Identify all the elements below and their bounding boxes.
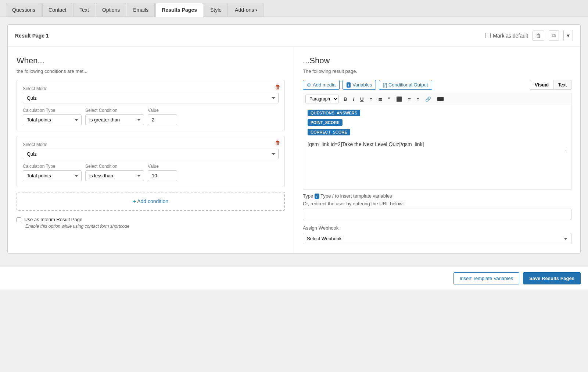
type-hint: Type / Type / to insert template variabl… xyxy=(303,193,571,199)
save-results-pages-button[interactable]: Save Results Pages xyxy=(523,272,581,284)
tab-add-ons[interactable]: Add-ons ▾ xyxy=(229,3,263,17)
add-condition-button[interactable]: + Add condition xyxy=(133,198,168,204)
point-score-tag[interactable]: POINT_SCORE xyxy=(308,119,343,126)
media-icon: ⊕ xyxy=(307,82,311,88)
when-section: When... the following conditions are met… xyxy=(8,47,294,253)
value-label-1: Value xyxy=(148,108,177,113)
tab-questions[interactable]: Questions xyxy=(6,3,42,17)
copy-icon: ⧉ xyxy=(552,32,556,38)
mode-label-1: Select Mode xyxy=(23,86,279,91)
paragraph-select[interactable]: Paragraph Heading 1 Heading 2 Heading 3 xyxy=(305,95,339,103)
text-tab[interactable]: Text xyxy=(553,80,571,90)
delete-condition-1-button[interactable]: 🗑 xyxy=(275,84,281,91)
duplicate-result-page-button[interactable]: ⧉ xyxy=(549,30,559,41)
mode-label-2: Select Mode xyxy=(23,142,279,147)
result-page-title: Result Page 1 xyxy=(15,33,49,39)
show-title: ...Show xyxy=(303,56,571,65)
editor-top-toolbar: ⊕ Add media / Variables [/] Conditional … xyxy=(303,80,571,90)
slash-hint-icon: / xyxy=(315,194,319,199)
value-label-2: Value xyxy=(148,164,177,169)
top-navigation: Questions Contact Text Options Emails Re… xyxy=(0,0,588,17)
show-subtitle: The following result page. xyxy=(303,68,571,74)
chevron-down-icon: ▾ xyxy=(255,8,257,12)
mark-default-checkbox[interactable] xyxy=(485,33,491,38)
unordered-list-button[interactable]: ≡ xyxy=(367,95,375,103)
redirect-url-input[interactable] xyxy=(303,209,571,220)
calc-row-1: Calculation Type Total points Category s… xyxy=(23,108,279,125)
condition-label-2: Select Condition xyxy=(85,164,144,169)
calc-type-label-1: Calculation Type xyxy=(23,108,82,113)
conditional-output-button[interactable]: [/] Conditional Output xyxy=(379,80,432,90)
calc-type-group-1: Calculation Type Total points Category s… xyxy=(23,108,82,125)
keyboard-button[interactable]: ⌨ xyxy=(434,95,447,103)
value-input-2[interactable]: 10 xyxy=(148,170,177,181)
mode-select-2[interactable]: Quiz Category Personality xyxy=(23,149,279,159)
mode-group-2: Select Mode Quiz Category Personality xyxy=(23,142,279,159)
result-card-header: Result Page 1 Mark as default 🗑 ⧉ ▾ xyxy=(8,25,580,47)
tab-results-pages[interactable]: Results Pages xyxy=(155,3,203,17)
interim-label: Use as Interim Result Page xyxy=(24,217,82,222)
condition-select-group-2: Select Condition is greater than is less… xyxy=(85,164,144,181)
delete-condition-2-button[interactable]: 🗑 xyxy=(275,140,281,146)
ordered-list-button[interactable]: ≣ xyxy=(376,95,385,103)
webhook-select[interactable]: Select Webhook xyxy=(303,233,571,244)
two-column-layout: When... the following conditions are met… xyxy=(8,47,580,253)
blockquote-button[interactable]: " xyxy=(386,95,393,103)
variables-button[interactable]: / Variables xyxy=(343,80,376,90)
add-media-button[interactable]: ⊕ Add media xyxy=(303,80,340,90)
main-content: Result Page 1 Mark as default 🗑 ⧉ ▾ xyxy=(0,17,588,267)
link-button[interactable]: 🔗 xyxy=(423,95,434,103)
align-center-button[interactable]: ≡ xyxy=(405,95,413,103)
interim-checkbox[interactable] xyxy=(17,217,21,222)
condition-block-2: 🗑 Select Mode Quiz Category Personality … xyxy=(17,136,285,187)
visual-text-tabs: Visual Text xyxy=(530,80,571,90)
show-section: ...Show The following result page. ⊕ Add… xyxy=(294,47,580,253)
add-condition-wrapper[interactable]: + Add condition xyxy=(17,192,285,211)
value-group-1: Value 2 xyxy=(148,108,177,125)
mark-default-label[interactable]: Mark as default xyxy=(485,33,528,39)
condition-block-1: 🗑 Select Mode Quiz Category Personality … xyxy=(17,80,285,131)
mode-group-1: Select Mode Quiz Category Personality xyxy=(23,86,279,103)
result-page-card: Result Page 1 Mark as default 🗑 ⧉ ▾ xyxy=(7,24,581,254)
interim-hint: Enable this option while using contact f… xyxy=(25,224,285,229)
trash-icon: 🗑 xyxy=(536,33,541,39)
resize-handle[interactable]: ⌟ xyxy=(565,147,567,151)
underline-button[interactable]: U xyxy=(358,95,366,103)
condition-select-1[interactable]: is greater than is less than is equal to… xyxy=(85,114,144,125)
slash-icon: / xyxy=(347,82,351,88)
calc-type-label-2: Calculation Type xyxy=(23,164,82,169)
tab-text[interactable]: Text xyxy=(73,3,95,17)
format-toolbar: Paragraph Heading 1 Heading 2 Heading 3 … xyxy=(303,93,571,105)
tab-contact[interactable]: Contact xyxy=(42,3,72,17)
condition-select-group-1: Select Condition is greater than is less… xyxy=(85,108,144,125)
result-card-actions: Mark as default 🗑 ⧉ ▾ xyxy=(485,30,573,41)
tab-emails[interactable]: Emails xyxy=(127,3,155,17)
mode-select-1[interactable]: Quiz Category Personality xyxy=(23,93,279,103)
tab-options[interactable]: Options xyxy=(96,3,126,17)
when-subtitle: the following conditions are met... xyxy=(17,68,285,74)
interim-row: Use as Interim Result Page xyxy=(17,217,285,222)
insert-template-variables-button[interactable]: Insert Template Variables xyxy=(453,272,519,284)
expand-result-page-button[interactable]: ▾ xyxy=(563,30,573,41)
value-group-2: Value 10 xyxy=(148,164,177,181)
italic-button[interactable]: I xyxy=(350,95,357,103)
tab-style[interactable]: Style xyxy=(204,3,228,17)
delete-result-page-button[interactable]: 🗑 xyxy=(533,31,544,41)
align-left-button[interactable]: ⬛ xyxy=(394,95,405,103)
editor-body-text: [qsm_link id=2]Take the Next Level Quiz[… xyxy=(308,141,567,147)
correct-score-tag[interactable]: CORRECT_SCORE xyxy=(308,129,350,135)
calc-type-select-1[interactable]: Total points Category score Correct answ… xyxy=(23,114,82,125)
visual-tab[interactable]: Visual xyxy=(530,80,553,90)
bold-button[interactable]: B xyxy=(341,95,349,103)
condition-select-2[interactable]: is greater than is less than is equal to… xyxy=(85,170,144,181)
calc-type-select-2[interactable]: Total points Category score Correct answ… xyxy=(23,170,82,181)
questions-answers-tag[interactable]: QUESTIONS_ANSWERS xyxy=(308,110,360,116)
chevron-down-icon: ▾ xyxy=(567,32,570,39)
redirect-label: Or, redirect the user by entering the UR… xyxy=(303,201,571,206)
when-title: When... xyxy=(17,56,285,65)
editor-content[interactable]: QUESTIONS_ANSWERS POINT_SCORE CORRECT_SC… xyxy=(303,105,571,189)
calc-row-2: Calculation Type Total points Category s… xyxy=(23,164,279,181)
align-right-button[interactable]: ≡ xyxy=(414,95,422,103)
value-input-1[interactable]: 2 xyxy=(148,114,177,125)
webhook-label: Assign Webhook xyxy=(303,225,571,231)
